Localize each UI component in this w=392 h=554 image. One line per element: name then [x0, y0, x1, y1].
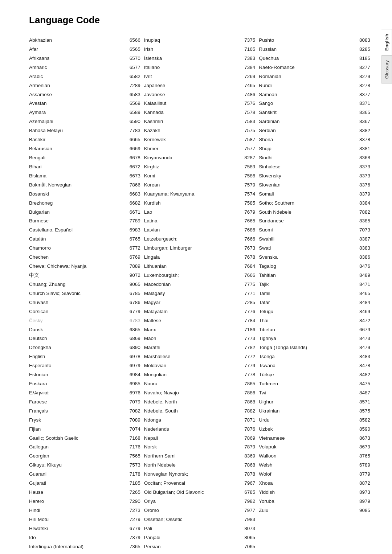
language-name: Church Slavic; Slavonic [29, 290, 127, 297]
list-item: Hiri Motu7279 [29, 515, 140, 524]
language-code: 6785 [127, 290, 140, 297]
language-name: Uzbek [259, 426, 357, 433]
language-name: Estonian [29, 371, 127, 379]
language-name: Inupiaq [144, 37, 242, 44]
language-name: Sindhi [259, 154, 357, 162]
language-code: 8277 [357, 64, 370, 71]
language-name: Brezhoneg [29, 200, 127, 207]
language-code: 7784 [242, 317, 255, 325]
language-code: 7290 [127, 498, 140, 505]
language-name: Ossetian; Ossetic [144, 516, 242, 524]
language-name: Sundanese [259, 217, 357, 225]
language-code: 7665 [242, 217, 255, 225]
language-name: Walloon [259, 452, 357, 460]
list-item: Inupiaq7375 [144, 36, 256, 45]
language-name: Corsican [29, 308, 127, 316]
list-item: Tibetan6679 [259, 325, 370, 335]
language-name: Arabic [29, 73, 127, 81]
list-item: Amharic6577 [29, 63, 140, 72]
language-name: Afar [29, 46, 127, 53]
language-code: 7178 [127, 471, 140, 478]
list-item: Kashmiri7583 [144, 117, 256, 126]
language-code: 7589 [242, 163, 255, 171]
language-code: 7783 [127, 127, 140, 135]
list-item: Yoruba8979 [259, 497, 370, 506]
list-item: Georgian7565 [29, 452, 140, 461]
language-name: Shona [259, 136, 357, 144]
language-name: Lao [144, 209, 242, 216]
language-code: 6589 [127, 109, 140, 116]
language-code: 6984 [127, 371, 140, 379]
language-code: 8478 [357, 362, 370, 370]
list-item: Somali8379 [259, 190, 370, 199]
tab-english[interactable]: English [381, 29, 392, 56]
language-name: Sanskrit [259, 109, 357, 116]
language-code: 7574 [242, 190, 255, 198]
tab-glossary[interactable]: Glossary [381, 56, 392, 83]
language-name: Bislama [29, 172, 127, 180]
list-item: Wolof8779 [259, 470, 370, 479]
language-code: 7383 [242, 55, 255, 62]
language-name: Français [29, 407, 127, 415]
language-name: Letzeburgesch; [144, 235, 242, 243]
list-item: Magyar7285 [144, 298, 256, 307]
list-item: Samoan8377 [259, 90, 370, 99]
language-name: Maltese [144, 317, 242, 325]
language-code: 6665 [127, 136, 140, 144]
list-item: Interlingua (International)7365 [29, 542, 140, 551]
language-name: Bengali [29, 154, 127, 162]
language-code: 8472 [357, 317, 370, 325]
list-item: Raeto-Romance8277 [259, 63, 370, 72]
list-item: Rundi8278 [259, 81, 370, 90]
list-item: Assamese6583 [29, 90, 140, 99]
language-code: 7576 [242, 100, 255, 107]
list-item: Kazakh7575 [144, 126, 256, 135]
language-code: 6566 [127, 37, 140, 44]
list-item: Thai8472 [259, 316, 370, 325]
language-code: 8371 [357, 100, 370, 107]
list-item: Esperanto6979 [29, 361, 140, 370]
language-name: Bashkir [29, 136, 127, 144]
language-name: Bokmål, Norwegian [29, 181, 127, 189]
language-name: Kannada [144, 109, 242, 116]
language-code: 6786 [127, 299, 140, 307]
language-name: Abkhazian [29, 37, 127, 44]
list-item: Hindi7273 [29, 506, 140, 515]
columns-wrapper: Abkhazian6566Afar6565Afrikaans6570Amhari… [29, 36, 374, 554]
language-name: North Ndebele [144, 461, 242, 469]
language-code: 6983 [127, 226, 140, 234]
language-name: Aymara [29, 109, 127, 116]
language-name: Frysk [29, 416, 127, 424]
list-item: Nauru7865 [144, 379, 256, 389]
list-item: Türkçe8482 [259, 370, 370, 379]
language-name: Chechen [29, 254, 127, 261]
language-name: Italiano [144, 64, 242, 71]
page-title: Language Code [29, 15, 374, 26]
side-tabs: English Glossary [381, 29, 392, 83]
language-code: 6785 [242, 489, 255, 496]
language-name: Nauru [144, 380, 242, 388]
language-code: 7073 [357, 226, 370, 234]
language-name: Manx [144, 326, 242, 334]
language-name: Malayalam [144, 308, 242, 316]
list-item: Corsican6779 [29, 307, 140, 316]
list-item: Svenska8386 [259, 253, 370, 262]
language-code: 6772 [127, 245, 140, 252]
list-item: Letzeburgesch;7666 [144, 235, 256, 244]
language-code: 7583 [242, 118, 255, 126]
list-item: Arabic6582 [29, 72, 140, 81]
language-code: 7866 [127, 181, 140, 189]
language-name: Interlingua (International) [29, 543, 127, 551]
language-name: Quechua [259, 55, 357, 62]
list-item: Ukrainian8575 [259, 407, 370, 416]
list-item: Korean7579 [144, 181, 256, 190]
language-name: Sardinian [259, 118, 357, 126]
column-1: Abkhazian6566Afar6565Afrikaans6570Amhari… [29, 36, 144, 554]
list-item: Afrikaans6570 [29, 54, 140, 63]
language-code: 6869 [127, 335, 140, 342]
language-code: 7176 [127, 443, 140, 451]
list-item: Castellano, Español6983 [29, 226, 140, 235]
language-code: 6590 [127, 118, 140, 126]
language-code: 7578 [242, 109, 255, 116]
language-code: 6976 [127, 389, 140, 397]
